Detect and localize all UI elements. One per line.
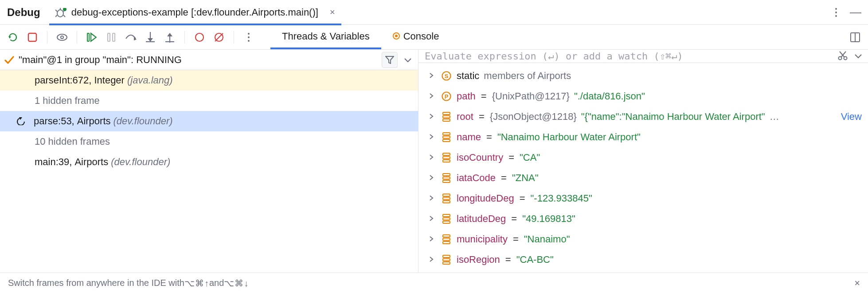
frames-header: "main"@1 in group "main": RUNNING [0,50,418,70]
expand-caret-icon[interactable] [426,92,436,101]
view-breakpoints-button[interactable] [191,29,208,46]
svg-rect-61 [443,218,450,220]
filter-frames-button[interactable] [382,52,398,68]
checkmark-icon [4,54,15,66]
svg-rect-57 [443,194,450,196]
variables-header: Evaluate expression (↵) or add a watch (… [418,50,868,63]
svg-point-6 [63,8,66,11]
variable-row[interactable]: municipality = "Nanaimo" [418,229,868,249]
mute-breakpoints-button[interactable] [211,29,227,46]
close-tab-icon[interactable]: × [330,7,335,17]
hint-text-prefix: Switch frames from anywhere in the IDE w… [8,278,184,288]
svg-rect-17 [113,33,115,41]
variable-row[interactable]: name = "Nanaimo Harbour Water Airport" [418,127,868,147]
svg-point-13 [61,36,63,39]
pause-button[interactable] [103,29,120,46]
svg-text:S: S [445,73,449,79]
view-link[interactable]: View [833,111,862,123]
variable-row[interactable]: Sstatic members of Airports [418,66,868,86]
seg-var-icon [441,193,452,204]
scissors-icon[interactable] [838,51,848,62]
hint-kbd-1: ⌥⌘↑ [184,278,209,289]
layout-settings-icon[interactable] [847,29,864,46]
run-config-label: debug-exceptions-example [:dev.flounder.… [71,7,318,18]
evaluate-expression-input[interactable]: Evaluate expression (↵) or add a watch (… [425,51,838,62]
step-over-button[interactable] [122,29,139,46]
tab-threads-label: Threads & Variables [282,31,370,42]
frames-list[interactable]: parseInt:672, Integer (java.lang)1 hidde… [0,70,418,273]
variable-row[interactable]: iataCode = "ZNA" [418,168,868,188]
expand-caret-icon[interactable] [426,174,436,183]
svg-rect-64 [443,238,450,241]
expand-caret-icon[interactable] [426,112,436,122]
svg-rect-62 [443,221,450,223]
frame-row[interactable]: parseInt:672, Integer (java.lang) [0,70,418,91]
expand-caret-icon[interactable] [426,255,436,265]
debug-toolbar-row: Threads & Variables Console [0,25,868,50]
expand-caret-icon[interactable] [426,235,436,244]
svg-rect-49 [443,136,450,139]
variables-pane: Evaluate expression (↵) or add a watch (… [418,50,868,273]
frame-row[interactable]: 10 hidden frames [0,131,418,152]
show-execution-point-button[interactable] [54,29,70,46]
step-into-button[interactable] [142,29,159,46]
svg-rect-66 [443,255,450,257]
svg-point-0 [57,10,63,17]
stop-button[interactable] [24,29,41,46]
expand-caret-icon[interactable] [426,133,436,142]
variable-row[interactable]: root = {JsonObject@1218} "{"name":"Nanai… [418,107,868,127]
svg-rect-53 [443,160,450,162]
svg-text:P: P [445,93,449,100]
variable-row[interactable]: latitudeDeg = "49.169813" [418,209,868,229]
seg-var-icon [441,131,452,143]
variable-row[interactable]: Ppath = {UnixPath@1217} "./data/816.json… [418,86,868,107]
tab-threads-variables[interactable]: Threads & Variables [270,25,381,49]
variables-list[interactable]: Sstatic members of AirportsPpath = {Unix… [418,63,868,273]
variable-row[interactable]: isoCountry = "CA" [418,147,868,168]
svg-marker-15 [91,33,96,41]
variable-row[interactable]: isoRegion = "CA-BC" [418,249,868,270]
svg-point-28 [248,33,250,35]
svg-rect-50 [443,139,450,142]
expand-caret-icon[interactable] [426,71,436,81]
frame-row[interactable]: 1 hidden frame [0,91,418,111]
thread-chevron-icon[interactable] [401,55,414,65]
minimize-icon[interactable]: — [848,4,864,20]
seg-var-icon [441,213,452,225]
svg-rect-51 [443,153,450,155]
param-var-icon: P [441,91,452,102]
more-icon[interactable] [828,4,844,20]
resume-button[interactable] [83,29,100,46]
svg-line-5 [63,15,65,17]
svg-rect-14 [87,33,89,41]
seg-var-icon [441,152,452,163]
expand-caret-icon[interactable] [426,214,436,224]
variable-row[interactable]: longitudeDeg = "-123.933845" [418,188,868,209]
run-config-tab[interactable]: debug-exceptions-example [:dev.flounder.… [49,1,341,25]
svg-rect-46 [443,116,450,118]
svg-rect-47 [443,119,450,121]
svg-rect-59 [443,201,450,203]
seg-var-icon [441,234,452,245]
titlebar: Debug debug-exceptions-example [:dev.flo… [0,0,868,25]
rerun-button[interactable] [4,29,21,46]
svg-line-2 [55,10,57,12]
svg-rect-67 [443,259,450,261]
expand-caret-icon[interactable] [426,194,436,203]
debug-more-icon[interactable] [240,29,257,46]
variables-chevron-icon[interactable] [855,53,862,60]
hint-close-icon[interactable]: × [854,277,860,289]
frame-row[interactable]: parse:53, Airports (dev.flounder) [0,111,418,131]
seg-var-icon [441,172,452,184]
svg-point-25 [195,33,203,41]
expand-caret-icon[interactable] [426,153,436,162]
step-out-button[interactable] [161,29,178,46]
tab-console[interactable]: Console [381,25,451,49]
svg-marker-10 [8,36,11,39]
svg-marker-20 [148,38,153,42]
debug-toolbar [0,25,262,49]
svg-point-9 [835,15,837,17]
frame-row[interactable]: main:39, Airports (dev.flounder) [0,152,418,172]
view-tabs: Threads & Variables Console [262,25,450,49]
svg-rect-60 [443,214,450,217]
